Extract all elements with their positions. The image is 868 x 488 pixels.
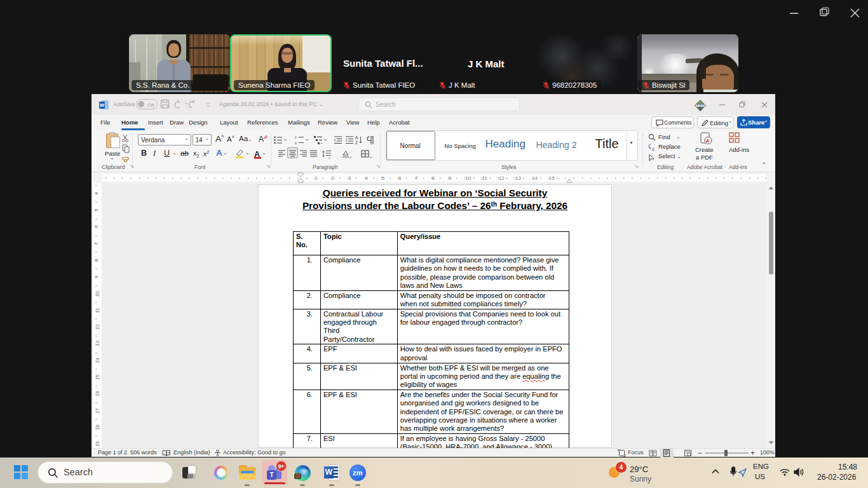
svg-text:Z: Z xyxy=(355,140,358,145)
svg-text:2: 2 xyxy=(295,141,297,145)
svg-text:A: A xyxy=(706,139,709,143)
svg-text:c: c xyxy=(652,146,654,151)
svg-text:1: 1 xyxy=(295,135,297,139)
svg-text:F I E O: F I E O xyxy=(696,104,703,107)
svg-text:A: A xyxy=(355,135,358,140)
